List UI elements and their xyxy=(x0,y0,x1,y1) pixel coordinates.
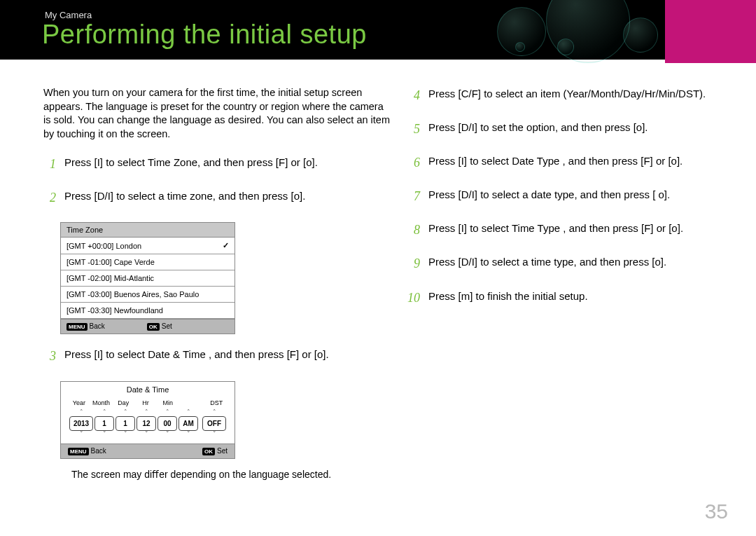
timezone-footer: MENUBack OKSet xyxy=(61,319,234,334)
day-spinner[interactable]: ˄ 1 ˅ xyxy=(115,409,135,438)
timezone-title: Time Zone xyxy=(61,223,234,238)
set-button[interactable]: OKSet xyxy=(147,322,172,331)
right-column: 4 Press [C/F] to select an item (Year/Mo… xyxy=(407,86,721,480)
label-month: Month xyxy=(90,399,113,406)
chevron-up-icon[interactable]: ˄ xyxy=(187,409,190,416)
dst-spinner[interactable]: ˄ OFF ˅ xyxy=(202,409,226,438)
year-spinner[interactable]: ˄ 2013 ˅ xyxy=(69,409,93,438)
step-2: 2 Press [D/I] to select a time zone, and… xyxy=(43,188,393,207)
step-8: 8 Press [I] to select Time Type , and th… xyxy=(407,221,721,239)
ampm-spinner[interactable]: ˄ AM ˅ xyxy=(178,409,198,438)
page-header: My Camera Performing the initial setup xyxy=(0,0,756,60)
step-number: 9 xyxy=(407,254,420,273)
step-number: 3 xyxy=(43,347,56,365)
step-text: Press [D/I] to set the option, and then … xyxy=(428,120,721,135)
chevron-down-icon[interactable]: ˅ xyxy=(213,431,216,438)
step-1: 1 Press [I] to select Time Zone, and the… xyxy=(43,155,393,173)
year-value: 2013 xyxy=(69,416,93,431)
datetime-panel: Date & Time Year Month Day Hr Min DST ˄ … xyxy=(60,381,235,459)
timezone-label: [GMT -02:00] Mid-Atlantic xyxy=(66,274,154,282)
label-min: Min xyxy=(157,399,179,406)
timezone-row[interactable]: [GMT -03:00] Buenos Aires, Sao Paulo xyxy=(61,287,234,303)
step-number: 1 xyxy=(43,155,56,173)
intro-text: When you turn on your camera for the ﬁrs… xyxy=(43,86,393,141)
step-number: 4 xyxy=(407,86,420,104)
step-text: Press [m] to ﬁnish the initial setup. xyxy=(428,289,721,304)
content: When you turn on your camera for the ﬁrs… xyxy=(0,60,756,480)
step-10: 10 Press [m] to ﬁnish the initial setup. xyxy=(407,289,721,307)
timezone-panel: Time Zone [GMT +00:00] London [GMT -01:0… xyxy=(60,222,235,334)
chevron-down-icon[interactable]: ˅ xyxy=(124,431,127,438)
timezone-row[interactable]: [GMT -02:00] Mid-Atlantic xyxy=(61,270,234,287)
step-number: 10 xyxy=(407,289,420,307)
month-value: 1 xyxy=(94,416,114,431)
datetime-labels: Year Month Day Hr Min DST xyxy=(61,399,234,409)
step-text: Press [D/I] to select a date type, and t… xyxy=(428,187,721,202)
step-number: 7 xyxy=(407,187,420,205)
timezone-row[interactable]: [GMT -01:00] Cape Verde xyxy=(61,254,234,270)
label-day: Day xyxy=(112,399,134,406)
step-5: 5 Press [D/I] to set the option, and the… xyxy=(407,120,721,138)
ampm-value: AM xyxy=(178,416,198,431)
chevron-down-icon[interactable]: ˅ xyxy=(166,431,169,438)
chevron-up-icon[interactable]: ˄ xyxy=(166,409,169,416)
min-value: 00 xyxy=(158,416,177,431)
chevron-up-icon[interactable]: ˄ xyxy=(145,409,148,416)
step-text: Press [I] to select Time Zone, and then … xyxy=(64,155,393,170)
month-spinner[interactable]: ˄ 1 ˅ xyxy=(94,409,114,438)
page-title: Performing the initial setup xyxy=(42,20,367,50)
timezone-row[interactable]: [GMT +00:00] London xyxy=(61,238,234,254)
back-button[interactable]: MENUBack xyxy=(66,322,105,331)
chevron-down-icon[interactable]: ˅ xyxy=(145,431,148,438)
chevron-up-icon[interactable]: ˄ xyxy=(80,409,83,416)
hr-spinner[interactable]: ˄ 12 ˅ xyxy=(136,409,156,438)
step-text: Press [D/I] to select a time type, and t… xyxy=(428,254,721,270)
datetime-title: Date & Time xyxy=(61,382,234,399)
label-dst: DST xyxy=(205,399,227,406)
step-9: 9 Press [D/I] to select a time type, and… xyxy=(407,254,721,273)
timezone-label: [GMT -03:30] Newfoundland xyxy=(66,306,163,315)
step-number: 6 xyxy=(407,153,420,172)
timezone-label: [GMT -01:00] Cape Verde xyxy=(66,258,155,266)
chevron-down-icon[interactable]: ˅ xyxy=(187,431,190,438)
chevron-up-icon[interactable]: ˄ xyxy=(103,409,106,416)
chevron-down-icon[interactable]: ˅ xyxy=(103,431,106,438)
chevron-down-icon[interactable]: ˅ xyxy=(80,431,83,438)
label-blank xyxy=(179,399,202,406)
timezone-label: [GMT -03:00] Buenos Aires, Sao Paulo xyxy=(66,290,199,298)
page-number: 35 xyxy=(705,500,728,523)
hr-value: 12 xyxy=(136,416,156,431)
step-6: 6 Press [I] to select Date Type , and th… xyxy=(407,153,721,172)
header-accent xyxy=(665,0,756,63)
datetime-footer: MENUBack OKSet xyxy=(61,444,234,458)
chevron-up-icon[interactable]: ˄ xyxy=(124,409,127,416)
chevron-up-icon[interactable]: ˄ xyxy=(213,409,216,416)
dst-value: OFF xyxy=(202,416,226,431)
step-7: 7 Press [D/I] to select a date type, and… xyxy=(407,187,721,205)
step-text: Press [I] to select Time Type , and then… xyxy=(428,221,721,236)
check-icon xyxy=(223,241,229,250)
day-value: 1 xyxy=(115,416,135,431)
step-text: Press [I] to select Date Type , and then… xyxy=(428,153,721,169)
min-spinner[interactable]: ˄ 00 ˅ xyxy=(158,409,177,438)
timezone-row[interactable]: [GMT -03:30] Newfoundland xyxy=(61,303,234,319)
timezone-label: [GMT +00:00] London xyxy=(66,242,141,250)
step-4: 4 Press [C/F] to select an item (Year/Mo… xyxy=(407,86,721,104)
set-button[interactable]: OKSet xyxy=(202,447,227,455)
step-text: Press [C/F] to select an item (Year/Mont… xyxy=(428,86,721,102)
label-hr: Hr xyxy=(134,399,157,406)
step-number: 8 xyxy=(407,221,420,239)
note-text: The screen may diﬀer depending on the la… xyxy=(71,469,393,480)
step-number: 2 xyxy=(43,188,56,207)
breadcrumb: My Camera xyxy=(45,10,92,20)
label-year: Year xyxy=(68,399,90,406)
left-column: When you turn on your camera for the ﬁrs… xyxy=(43,86,393,480)
datetime-spinners: ˄ 2013 ˅ ˄ 1 ˅ ˄ 1 ˅ ˄ 12 ˅ xyxy=(61,409,234,444)
step-3: 3 Press [I] to select Date & Time , and … xyxy=(43,347,393,365)
step-text: Press [D/I] to select a time zone, and t… xyxy=(64,188,393,204)
step-number: 5 xyxy=(407,120,420,138)
back-button[interactable]: MENUBack xyxy=(68,447,106,455)
step-text: Press [I] to select Date & Time , and th… xyxy=(64,347,393,362)
